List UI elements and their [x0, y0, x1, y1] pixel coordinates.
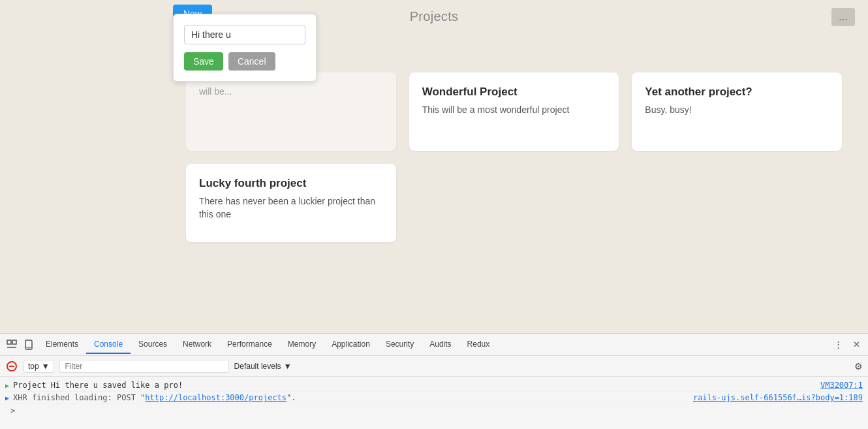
project-card-4[interactable]: Lucky fourth project There has never bee… [186, 164, 396, 242]
log-levels-label: Default levels [234, 362, 281, 371]
form-actions: Save Cancel [184, 52, 305, 71]
console-log-icon-1: ▶ [5, 381, 9, 389]
console-settings-icon[interactable]: ⚙ [854, 361, 863, 372]
log-levels-selector[interactable]: Default levels ▼ [234, 362, 292, 371]
save-button[interactable]: Save [184, 52, 223, 71]
projects-row-2: Lucky fourth project There has never bee… [13, 164, 855, 242]
device-mode-icon[interactable] [21, 337, 37, 353]
header-menu-button[interactable]: ... [831, 8, 855, 26]
console-filter-input[interactable] [59, 360, 229, 373]
devtools-tabs-bar: Elements Console Sources Network Perform… [0, 334, 868, 356]
project-card-4-title: Lucky fourth project [199, 177, 383, 190]
content-area: New Save Cancel will be... Wonderful Pro… [0, 33, 868, 242]
devtools-more-button[interactable]: ⋮ [830, 337, 846, 353]
tab-console[interactable]: Console [86, 336, 131, 354]
console-message-1: Project Hi there u saved like a pro! [13, 381, 820, 390]
tab-network[interactable]: Network [175, 336, 219, 354]
console-toolbar: top ▼ Default levels ▼ ⚙ [0, 356, 868, 377]
new-project-form: Save Cancel [173, 14, 317, 82]
tab-redux[interactable]: Redux [459, 336, 498, 354]
project-name-input[interactable] [184, 25, 305, 44]
clear-console-icon[interactable] [5, 360, 18, 373]
inspector-icon[interactable] [4, 337, 20, 353]
context-dropdown-icon: ▼ [42, 362, 50, 371]
devtools-panel: Elements Console Sources Network Perform… [0, 333, 868, 429]
project-card-4-desc: There has never been a luckier project t… [199, 195, 383, 221]
project-card-2-title: Wonderful Project [422, 86, 606, 99]
project-card-2[interactable]: Wonderful Project This will be a most wo… [409, 72, 619, 151]
console-output: ▶ Project Hi there u saved like a pro! V… [0, 377, 868, 420]
tab-audits[interactable]: Audits [422, 336, 459, 354]
projects-grid: will be... Wonderful Project This will b… [13, 33, 855, 151]
log-levels-arrow: ▼ [284, 362, 292, 371]
svg-rect-0 [7, 340, 11, 344]
project-card-3-desc: Busy, busy! [645, 104, 829, 117]
console-line-2: ▶ XHR finished loading: POST "http://loc… [5, 392, 863, 404]
tab-security[interactable]: Security [378, 336, 422, 354]
page-title: Projects [410, 9, 459, 24]
devtools-end-buttons: ⋮ ✕ [830, 337, 864, 353]
console-source-1[interactable]: VM32007:1 [820, 381, 863, 390]
project-card-3-title: Yet another project? [645, 86, 829, 99]
project-card-1-desc: will be... [199, 86, 383, 99]
svg-point-5 [28, 347, 29, 348]
context-value: top [28, 362, 39, 371]
header: Projects ... [0, 0, 868, 33]
console-source-2[interactable]: rails-ujs.self-661556f…is?body=1:189 [693, 393, 863, 402]
project-card-2-desc: This will be a most wonderful project [422, 104, 606, 117]
tab-elements[interactable]: Elements [38, 336, 86, 354]
project-card-1[interactable]: will be... [186, 72, 396, 151]
devtools-close-button[interactable]: ✕ [848, 337, 864, 353]
tab-sources[interactable]: Sources [131, 336, 175, 354]
console-message-2: XHR finished loading: POST "http://local… [13, 393, 693, 402]
project-card-3[interactable]: Yet another project? Busy, busy! [632, 72, 842, 151]
context-selector[interactable]: top ▼ [23, 360, 54, 373]
tab-memory[interactable]: Memory [280, 336, 324, 354]
console-line-1: ▶ Project Hi there u saved like a pro! V… [5, 379, 863, 392]
console-log-icon-2: ▶ [5, 393, 9, 402]
cancel-button[interactable]: Cancel [228, 52, 275, 71]
console-prompt[interactable]: > [5, 404, 863, 417]
app-area: Projects ... New Save Cancel will be... … [0, 0, 868, 333]
tab-application[interactable]: Application [324, 336, 378, 354]
tab-performance[interactable]: Performance [219, 336, 280, 354]
svg-rect-1 [12, 340, 16, 344]
xhr-link[interactable]: http://localhost:3000/projects [145, 393, 287, 402]
